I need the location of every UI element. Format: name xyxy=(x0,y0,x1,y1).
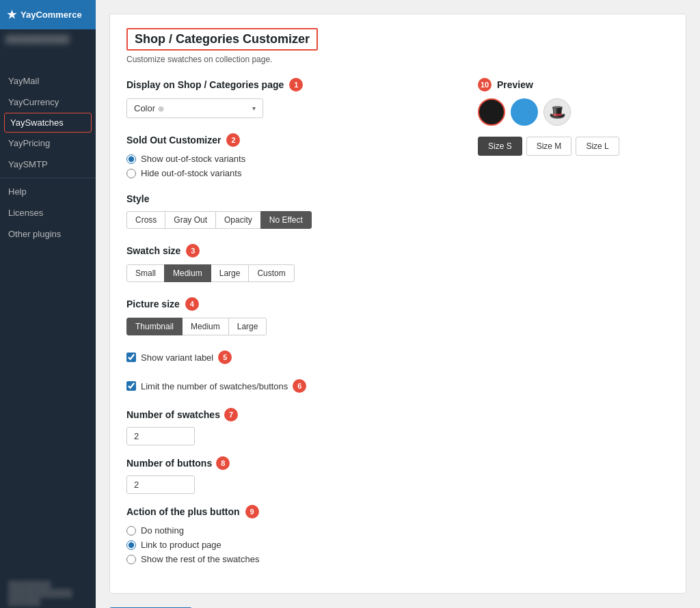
soldout-radio-group: Show out-of-stock variants Hide out-of-s… xyxy=(126,154,457,178)
section-show-variant: Show variant label 5 xyxy=(126,350,457,364)
size-btn-s[interactable]: Size S xyxy=(478,137,522,156)
swatch-size-large[interactable]: Large xyxy=(211,264,250,282)
page-card: Shop / Categories Customizer Customize s… xyxy=(109,14,686,594)
swatch-blue[interactable] xyxy=(511,98,538,126)
display-dropdown[interactable]: Color ⊗ ▾ xyxy=(126,98,263,118)
plus-action-radio-rest[interactable] xyxy=(126,555,136,564)
picture-size-button-group: Thumbnail Medium Large xyxy=(126,318,457,335)
sidebar-item-help[interactable]: Help xyxy=(0,181,96,202)
num-buttons-badge: 8 xyxy=(216,456,230,470)
sidebar-item-other[interactable]: Other plugins xyxy=(0,223,96,245)
show-variant-badge: 5 xyxy=(218,350,232,364)
num-swatches-badge: 7 xyxy=(224,408,238,422)
plus-action-nothing-label: Do nothing xyxy=(141,525,184,536)
section-style: Style Cross Gray Out Opacity No Effect xyxy=(126,193,457,229)
num-swatches-input[interactable] xyxy=(126,427,195,445)
plus-action-link[interactable]: Link to product page xyxy=(126,540,457,550)
sidebar-item-yaycurrency[interactable]: YayCurrency xyxy=(0,92,96,113)
limit-swatches-item[interactable]: Limit the number of swatches/buttons 6 xyxy=(126,379,457,393)
page-title-box: Shop / Categories Customizer xyxy=(126,28,318,51)
sidebar-item-yaypricing[interactable]: YayPricing xyxy=(0,133,96,154)
soldout-hide-label: Hide out-of-stock variants xyxy=(141,168,241,178)
sidebar-item-licenses[interactable]: Licenses xyxy=(0,202,96,223)
section-picture-size-label: Picture size xyxy=(126,299,180,309)
preview-label: Preview xyxy=(497,79,533,90)
size-btn-m[interactable]: Size M xyxy=(526,137,572,156)
sidebar-logo[interactable]: ★ YayCommerce xyxy=(0,0,96,29)
num-buttons-label-row: Number of buttons 8 xyxy=(126,456,457,470)
content-columns: Display on Shop / Categories page 1 Colo… xyxy=(126,78,669,579)
sidebar-item-yayswatches[interactable]: YaySwatches xyxy=(4,113,92,133)
num-buttons-label: Number of buttons xyxy=(126,458,212,469)
plus-action-radio-nothing[interactable] xyxy=(126,526,136,536)
section-display: Display on Shop / Categories page 1 Colo… xyxy=(126,78,457,118)
soldout-radio-hide[interactable] xyxy=(126,169,136,178)
preview-swatches: 🎩 xyxy=(478,98,669,126)
section-picture-size: Picture size 4 Thumbnail Medium Large xyxy=(126,297,457,335)
left-column: Display on Shop / Categories page 1 Colo… xyxy=(126,78,457,579)
section-swatch-size: Swatch size 3 Small Medium Large Custom xyxy=(126,244,457,282)
plus-action-rest[interactable]: Show the rest of the swatches xyxy=(126,554,457,564)
num-swatches-label: Number of swatches xyxy=(126,409,220,420)
section-limit-swatches: Limit the number of swatches/buttons 6 xyxy=(126,379,457,393)
sidebar-top-blur: ████████████ xyxy=(0,29,96,70)
swatch-hat[interactable]: 🎩 xyxy=(543,98,571,126)
plus-action-link-label: Link to product page xyxy=(141,540,221,550)
soldout-option-show[interactable]: Show out-of-stock variants xyxy=(126,154,457,164)
section-soldout-badge: 2 xyxy=(226,133,240,147)
sidebar: ★ YayCommerce ████████████ YayMail YayCu… xyxy=(0,0,96,608)
logo-label: YayCommerce xyxy=(21,10,82,20)
main-content: Shop / Categories Customizer Customize s… xyxy=(96,0,700,608)
page-subtitle: Customize swatches on collection page. xyxy=(126,55,669,64)
section-soldout-header: Sold Out Customizer 2 xyxy=(126,133,457,147)
page-title: Shop / Categories Customizer xyxy=(135,32,310,46)
plus-action-radio-link[interactable] xyxy=(126,540,136,550)
section-soldout-label: Sold Out Customizer xyxy=(126,135,221,146)
style-btn-cross[interactable]: Cross xyxy=(126,211,165,229)
section-swatch-size-label: Swatch size xyxy=(126,245,180,256)
num-buttons-input[interactable] xyxy=(126,475,195,494)
section-plus-action: Action of the plus button 9 Do nothing L… xyxy=(126,505,457,564)
section-plus-action-header: Action of the plus button 9 xyxy=(126,505,457,519)
swatch-size-medium[interactable]: Medium xyxy=(164,264,211,282)
limit-swatches-checkbox[interactable] xyxy=(126,381,136,391)
picture-size-medium[interactable]: Medium xyxy=(182,318,229,335)
limit-swatches-badge: 6 xyxy=(293,379,306,393)
section-swatch-size-badge: 3 xyxy=(186,244,200,258)
section-picture-size-header: Picture size 4 xyxy=(126,297,457,311)
swatch-black[interactable] xyxy=(478,98,505,126)
style-btn-grayout[interactable]: Gray Out xyxy=(165,211,216,229)
style-btn-opacity[interactable]: Opacity xyxy=(215,211,261,229)
dropdown-value: Color ⊗ xyxy=(134,103,164,113)
style-btn-noeffect[interactable]: No Effect xyxy=(260,211,312,229)
style-button-group: Cross Gray Out Opacity No Effect xyxy=(126,211,457,229)
limit-swatches-label: Limit the number of swatches/buttons xyxy=(141,381,288,391)
soldout-radio-show[interactable] xyxy=(126,154,136,164)
plus-action-rest-label: Show the rest of the swatches xyxy=(141,554,259,564)
soldout-show-label: Show out-of-stock variants xyxy=(141,154,245,164)
soldout-option-hide[interactable]: Hide out-of-stock variants xyxy=(126,168,457,178)
plus-action-nothing[interactable]: Do nothing xyxy=(126,525,457,536)
section-picture-size-badge: 4 xyxy=(185,297,199,311)
show-variant-label-item[interactable]: Show variant label 5 xyxy=(126,350,457,364)
swatch-size-small[interactable]: Small xyxy=(126,264,165,282)
swatch-size-button-group: Small Medium Large Custom xyxy=(126,264,457,282)
show-variant-checkbox[interactable] xyxy=(126,353,136,362)
picture-size-thumbnail[interactable]: Thumbnail xyxy=(126,318,183,335)
chevron-down-icon: ▾ xyxy=(252,105,256,112)
sidebar-bottom-blur: ██████████████████████████ xyxy=(0,578,96,608)
section-display-header: Display on Shop / Categories page 1 xyxy=(126,78,457,92)
picture-size-large[interactable]: Large xyxy=(228,318,267,335)
section-soldout: Sold Out Customizer 2 Show out-of-stock … xyxy=(126,133,457,178)
show-variant-label: Show variant label xyxy=(141,353,213,363)
preview-header: 10 Preview xyxy=(478,78,669,92)
swatch-size-custom[interactable]: Custom xyxy=(248,264,294,282)
num-swatches-label-row: Number of swatches 7 xyxy=(126,408,457,422)
section-num-swatches: Number of swatches 7 xyxy=(126,408,457,445)
sidebar-item-yaymail[interactable]: YayMail xyxy=(0,70,96,92)
section-swatch-size-header: Swatch size 3 xyxy=(126,244,457,258)
sidebar-item-yaysmtp[interactable]: YaySMTP xyxy=(0,154,96,175)
preview-size-buttons: Size S Size M Size L xyxy=(478,137,669,156)
size-btn-l[interactable]: Size L xyxy=(576,137,619,156)
sidebar-divider xyxy=(0,178,96,178)
